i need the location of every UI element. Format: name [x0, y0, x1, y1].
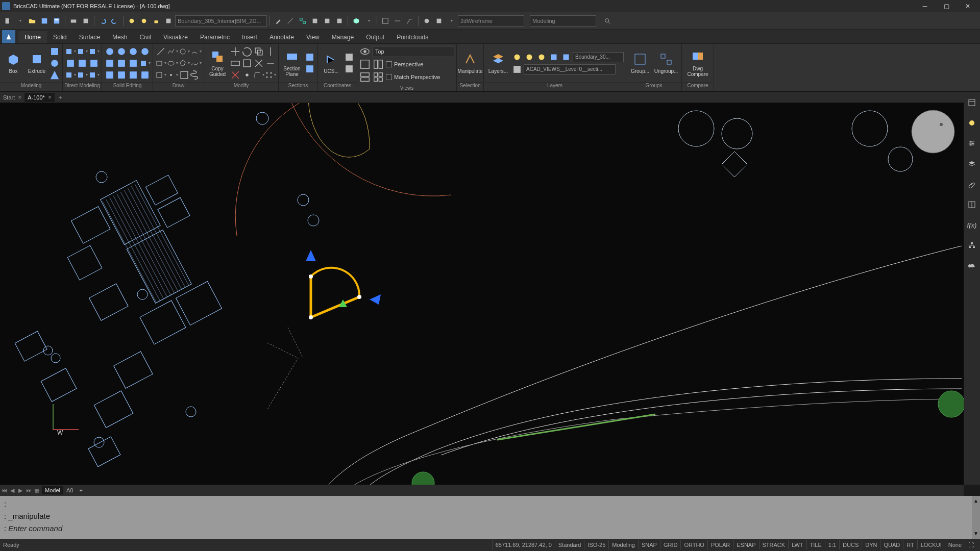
tab-nav-next[interactable]: ▶	[16, 486, 24, 495]
line-button[interactable]	[155, 46, 166, 57]
ucs-button[interactable]: UCS...	[320, 45, 342, 81]
spline-button[interactable]	[190, 58, 202, 69]
layers-button[interactable]: Layers...	[486, 45, 510, 81]
search-button[interactable]	[602, 15, 613, 27]
tab-list-icon[interactable]: ▦	[33, 486, 41, 495]
se-tool-a4[interactable]	[139, 46, 151, 57]
layer-filter-2[interactable]: ACAD_VIEWS__Level 0__secti...	[524, 64, 616, 74]
erase-button[interactable]	[230, 69, 241, 81]
view-dropdown[interactable]: Top	[373, 46, 454, 57]
status-grid[interactable]: GRID	[660, 540, 681, 549]
dm-tool-c3[interactable]	[88, 69, 100, 81]
distance-button[interactable]	[285, 15, 296, 27]
select-similar-button[interactable]	[297, 15, 308, 27]
dwg-compare-button[interactable]: Dwg Compare	[684, 45, 712, 81]
new-file-button[interactable]	[2, 15, 13, 27]
doc-tab-a100[interactable]: A-100* ×	[24, 93, 55, 102]
panels-toggle-icon[interactable]	[966, 97, 977, 108]
group-button[interactable]: Group...	[628, 45, 652, 81]
dm-tool-c1[interactable]	[65, 69, 76, 81]
modeling-tool-3[interactable]	[49, 69, 60, 81]
stretch-button[interactable]	[230, 58, 241, 69]
extend-button[interactable]	[265, 58, 276, 69]
status-rt[interactable]: RT	[903, 540, 917, 549]
se-tool-a1[interactable]	[104, 46, 115, 57]
command-window[interactable]: : : _manipulate : Enter command ▲▼	[0, 496, 980, 539]
modeling-tool-2[interactable]	[49, 58, 60, 69]
ribbon-tab-annotate[interactable]: Annotate	[263, 31, 300, 43]
ellipse-button[interactable]	[167, 58, 178, 69]
new-file-dropdown[interactable]	[14, 15, 26, 27]
status-iso25[interactable]: ISO-25	[584, 540, 608, 549]
settings-icon[interactable]	[966, 138, 977, 149]
block-button[interactable]	[351, 15, 362, 27]
se-tool-c2[interactable]	[116, 69, 127, 81]
se-tool-b3[interactable]	[128, 58, 139, 69]
ribbon-tab-pointclouds[interactable]: Pointclouds	[390, 31, 434, 43]
extrude-button[interactable]: Extrude	[26, 45, 48, 81]
explode-button[interactable]	[241, 69, 253, 81]
dm-tool-c2[interactable]	[77, 69, 88, 81]
move-button[interactable]	[230, 46, 241, 57]
layer-state-1[interactable]	[511, 52, 523, 63]
mirror-button[interactable]	[265, 46, 276, 57]
status-none[interactable]: None	[945, 540, 965, 549]
layer-filter-1[interactable]: Boundary_30...	[573, 52, 624, 62]
attach-icon[interactable]	[966, 179, 977, 190]
cmd-scrollbar[interactable]: ▲▼	[972, 496, 980, 539]
coord-tool-1[interactable]	[344, 52, 355, 63]
hatch-button-2[interactable]	[155, 69, 166, 81]
status-modeling[interactable]: Modeling	[608, 540, 638, 549]
helix-button[interactable]	[190, 69, 202, 81]
ungroup-button[interactable]: Ungroup...	[653, 45, 679, 81]
tips-icon[interactable]	[966, 117, 977, 129]
status-strack[interactable]: STRACK	[759, 540, 789, 549]
manipulator-gizmo[interactable]	[306, 250, 381, 319]
tab-nav-last[interactable]: ⏭	[24, 486, 33, 495]
copy-guided-button[interactable]: Copy Guided	[206, 45, 229, 81]
se-tool-c1[interactable]	[104, 69, 115, 81]
structure-panel-icon[interactable]	[966, 199, 977, 210]
box-button[interactable]: Box	[2, 45, 24, 81]
xref-button[interactable]	[433, 15, 445, 27]
coord-tool-2[interactable]	[344, 63, 355, 74]
print-button[interactable]	[68, 15, 79, 27]
match-properties-button[interactable]	[273, 15, 284, 27]
dm-tool-a3[interactable]	[88, 46, 100, 57]
save-button[interactable]	[39, 15, 50, 27]
window-maximize-button[interactable]: ▢	[936, 1, 957, 11]
layer-state-4[interactable]	[548, 52, 559, 63]
ribbon-tab-view[interactable]: View	[300, 31, 326, 43]
view-visibility-icon[interactable]	[359, 46, 371, 57]
hatch-button[interactable]	[380, 15, 391, 27]
ribbon-tab-mesh[interactable]: Mesh	[106, 31, 133, 43]
fillet-button[interactable]	[253, 69, 264, 81]
visual-style-dropdown[interactable]: 2dWireframe	[458, 15, 524, 27]
print-preview-button[interactable]	[80, 15, 91, 27]
se-tool-c4[interactable]	[139, 69, 151, 81]
status-scale[interactable]: 1:1	[825, 540, 839, 549]
doc-tab-add[interactable]: +	[55, 94, 66, 101]
ribbon-tab-visualize[interactable]: Visualize	[157, 31, 194, 43]
copy-button[interactable]	[253, 46, 264, 57]
doc-tab-start-close[interactable]: ×	[18, 94, 21, 101]
workspace-dropdown[interactable]: Modeling	[530, 15, 596, 27]
status-ortho[interactable]: ORTHO	[680, 540, 707, 549]
ribbon-tab-civil[interactable]: Civil	[133, 31, 157, 43]
tab-nav-prev[interactable]: ◀	[8, 486, 16, 495]
arc-button[interactable]	[190, 46, 202, 57]
se-tool-b2[interactable]	[116, 58, 127, 69]
se-tool-c3[interactable]	[128, 69, 139, 81]
polyline-button[interactable]	[167, 46, 178, 57]
layer-iso-button[interactable]	[126, 15, 137, 27]
point-button[interactable]	[167, 69, 178, 81]
perspective-checkbox[interactable]: Perspective	[386, 59, 423, 69]
isolate-button[interactable]	[309, 15, 321, 27]
properties-button[interactable]	[421, 15, 432, 27]
status-ducs[interactable]: DUCS	[839, 540, 862, 549]
ribbon-tab-output[interactable]: Output	[360, 31, 390, 43]
layer-lock-button[interactable]	[151, 15, 162, 27]
section-tool-2[interactable]	[304, 63, 315, 74]
layer-freeze-button[interactable]	[138, 15, 150, 27]
open-file-button[interactable]	[27, 15, 38, 27]
